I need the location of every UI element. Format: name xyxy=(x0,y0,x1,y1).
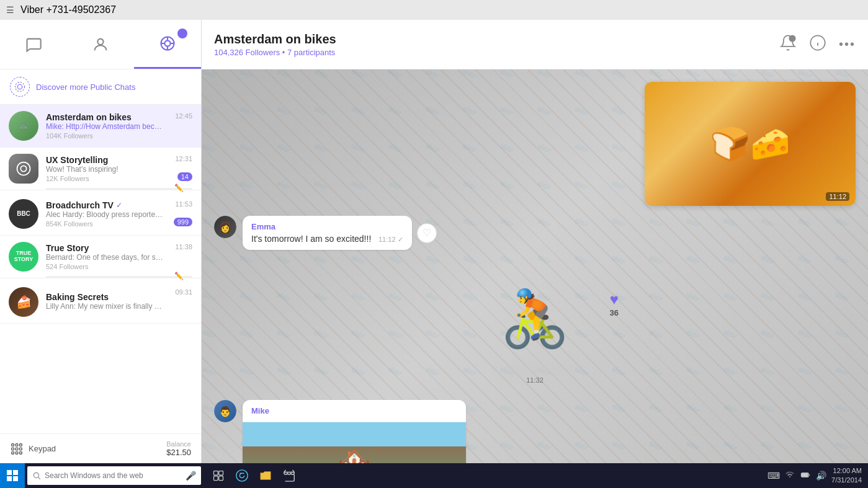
mike-sender-area: Mike xyxy=(243,400,466,422)
link-card-image: 🏘️🚲 xyxy=(243,422,466,463)
notifications-button[interactable] xyxy=(779,34,797,55)
app-title: Viber +731-49502367 xyxy=(20,4,116,16)
bubble-emma: Emma It's tomorrow! I am so excited!!! 1… xyxy=(243,216,412,250)
tab-chats[interactable] xyxy=(0,20,67,69)
keypad-button[interactable]: Keypad xyxy=(10,442,56,456)
chat-item-ux[interactable]: UX Storytelling Wow! That's inspiring! 1… xyxy=(0,148,201,190)
messages-container: 11:12 👩 Emma It's tomorrow! I am so exci… xyxy=(202,69,868,463)
chat-participants: 7 participants xyxy=(287,48,335,57)
svg-point-2 xyxy=(164,40,170,46)
svg-line-26 xyxy=(38,477,40,479)
tab-contacts[interactable] xyxy=(67,20,134,69)
chat-preview-amsterdam: Mike: Http://How Amsterdam became the bi… xyxy=(46,122,164,131)
avatar-broadchurch: BBC xyxy=(9,199,38,229)
svg-rect-33 xyxy=(802,473,808,476)
svg-rect-16 xyxy=(20,448,22,450)
avatar-emma: 👩 xyxy=(214,216,236,238)
text-emma: It's tomorrow! I am so excited!!! 11:12 … xyxy=(251,234,403,244)
notification-area-icon[interactable]: ⌨ xyxy=(767,471,780,481)
svg-rect-11 xyxy=(12,443,14,446)
chat-info-ux: UX Storytelling Wow! That's inspiring! 1… xyxy=(46,155,192,182)
chat-preview-truestory: Bernard: One of these days, for sure 😜 xyxy=(46,253,164,262)
task-view-button[interactable] xyxy=(207,464,230,487)
chat-subtitle: 104,326 Followers • 7 participants xyxy=(214,48,779,57)
public-chats-badge xyxy=(177,29,187,38)
taskbar-app-icons xyxy=(204,464,304,487)
titlebar: ☰ Viber +731-49502367 xyxy=(0,0,868,20)
svg-rect-18 xyxy=(16,451,18,454)
image-time: 11:12 xyxy=(826,192,849,201)
link-card-amsterdam[interactable]: 🏘️🚲 How Amsterdam became the bicycle cap… xyxy=(243,422,466,463)
chat-item-truestory[interactable]: TRUESTORY True Story Bernard: One of the… xyxy=(0,236,201,278)
svg-rect-30 xyxy=(219,476,223,481)
discover-banner[interactable]: Discover more Public Chats xyxy=(0,69,201,105)
sticker-time: 11:32 xyxy=(482,376,588,384)
message-sticker: 🚴 11:32 ♥ 36 xyxy=(214,266,856,384)
avatar-truestory: TRUESTORY xyxy=(9,242,38,272)
food-image: 11:12 xyxy=(645,82,856,206)
svg-point-8 xyxy=(16,82,25,92)
chat-name-truestory: True Story xyxy=(46,243,89,253)
search-icon xyxy=(32,471,41,480)
sender-emma: Emma xyxy=(251,222,403,231)
balance-label: Balance xyxy=(166,440,191,448)
file-explorer-icon[interactable] xyxy=(254,464,277,487)
start-button[interactable] xyxy=(0,463,25,488)
sidebar: Discover more Public Chats 🚲 Amsterdam o… xyxy=(0,20,202,463)
volume-icon[interactable]: 🔊 xyxy=(816,471,826,481)
chat-followers-broadchurch: 854K Followers xyxy=(46,220,192,228)
svg-rect-17 xyxy=(12,451,14,454)
discover-icon xyxy=(10,77,30,97)
chat-name-amsterdam: Amsterdam on bikes xyxy=(46,112,132,122)
taskbar: 🎤 ⌨ xyxy=(0,463,868,488)
chat-item-broadchurch[interactable]: BBC Broadchurch TV ✓ Alec Hardy: Bloody … xyxy=(0,193,201,236)
hamburger-menu[interactable]: ☰ xyxy=(6,5,14,15)
chat-list: 🚲 Amsterdam on bikes Mike: Http://How Am… xyxy=(0,105,201,433)
chat-title: Amsterdam on bikes xyxy=(214,32,779,47)
chat-preview-baking: Lilly Ann: My new mixer is finally here! xyxy=(46,302,164,311)
chat-item-amsterdam[interactable]: 🚲 Amsterdam on bikes Mike: Http://How Am… xyxy=(0,105,201,148)
chat-preview-broadchurch: Alec Hardy: Bloody press reporters. Elli… xyxy=(46,210,164,219)
keypad-label: Keypad xyxy=(29,444,56,453)
search-box[interactable]: 🎤 xyxy=(27,466,201,485)
sticker-like-heart[interactable]: ♥ xyxy=(610,291,619,308)
sticker-likes: ♥ 36 xyxy=(610,291,619,317)
store-icon[interactable] xyxy=(278,464,300,487)
chat-time-truestory: 11:38 xyxy=(175,243,192,251)
more-options-button[interactable]: ••• xyxy=(839,37,856,51)
sticker-container: 🚴 11:32 ♥ 36 xyxy=(482,266,588,384)
chat-separator: • xyxy=(282,48,287,57)
chat-header-info: Amsterdam on bikes 104,326 Followers • 7… xyxy=(214,32,779,57)
search-input[interactable] xyxy=(45,471,182,480)
balance-info: Balance $21.50 xyxy=(166,440,191,457)
like-button-emma[interactable]: ♡ xyxy=(417,223,437,243)
main-app: Discover more Public Chats 🚲 Amsterdam o… xyxy=(0,20,868,463)
tab-public-chats[interactable] xyxy=(134,20,201,69)
chat-info-baking: Baking Secrets Lilly Ann: My new mixer i… xyxy=(46,292,192,312)
chat-info-broadchurch: Broadchurch TV ✓ Alec Hardy: Bloody pres… xyxy=(46,200,192,228)
chat-time-baking: 09:31 xyxy=(175,288,192,296)
wifi-icon[interactable] xyxy=(785,470,795,482)
chat-badge-broadchurch: 999 xyxy=(174,218,192,226)
message-emma: 👩 Emma It's tomorrow! I am so excited!!!… xyxy=(214,216,856,250)
chat-item-baking[interactable]: 🍰 Baking Secrets Lilly Ann: My new mixer… xyxy=(0,281,201,324)
chat-badge-ux: 14 xyxy=(177,172,192,181)
svg-point-7 xyxy=(17,84,22,89)
microphone-icon[interactable]: 🎤 xyxy=(186,471,196,481)
info-button[interactable] xyxy=(809,34,826,55)
chat-name-ux: UX Storytelling xyxy=(46,155,108,165)
chat-info-amsterdam: Amsterdam on bikes Mike: Http://How Amst… xyxy=(46,112,192,140)
svg-rect-13 xyxy=(20,443,22,446)
chat-time-amsterdam: 12:45 xyxy=(175,112,192,120)
battery-icon[interactable] xyxy=(800,470,811,482)
svg-point-10 xyxy=(20,166,26,171)
discover-text: Discover more Public Chats xyxy=(36,82,135,92)
sender-mike: Mike xyxy=(251,406,457,415)
avatar-baking: 🍰 xyxy=(9,287,38,317)
chat-time-ux: 12:31 xyxy=(175,155,192,162)
svg-point-21 xyxy=(790,36,794,40)
svg-point-25 xyxy=(34,472,38,477)
chat-followers-count: 104,326 Followers xyxy=(214,48,280,57)
chat-time-broadchurch: 11:53 xyxy=(175,200,192,208)
edge-browser-icon[interactable] xyxy=(231,464,253,487)
